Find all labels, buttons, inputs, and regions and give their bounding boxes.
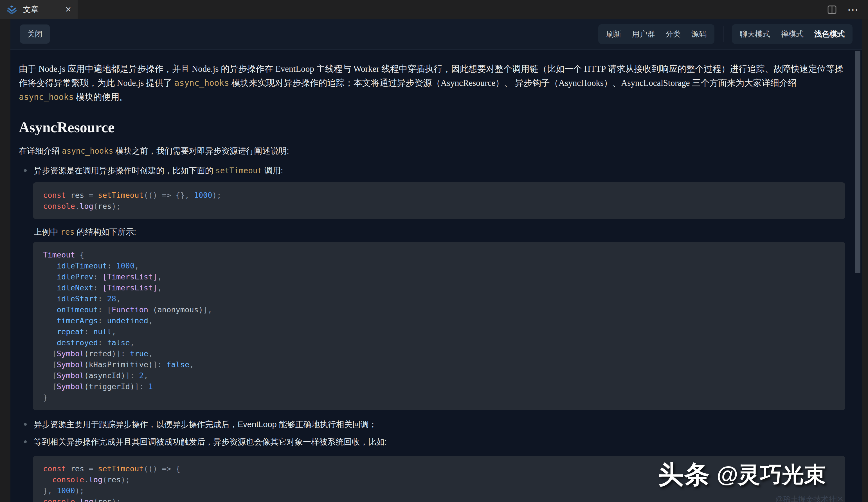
list-item: 异步资源主要用于跟踪异步操作，以便异步操作完成后，EventLoop 能够正确地… (34, 419, 845, 430)
code-line: console.log(res); (43, 496, 835, 502)
section-heading: AsyncResource (19, 119, 845, 136)
reader-toolbar: 关闭 刷新 用户群 分类 源码 聊天模式 禅模式 浅色模式 (10, 19, 862, 50)
tab-title: 文章 (23, 4, 39, 15)
code-line: _idleNext: [TimersList], (43, 282, 835, 293)
code-block-settimeout: const res = setTimeout(() => {}, 1000);c… (33, 182, 845, 219)
code-line: _idleStart: 28, (43, 293, 835, 304)
inline-code: async_hooks (62, 146, 113, 155)
reader-window: 关闭 刷新 用户群 分类 源码 聊天模式 禅模式 浅色模式 由于 Node.js… (10, 19, 862, 502)
code-line: _idlePrev: [TimersList], (43, 271, 835, 282)
mode-button-group: 聊天模式 禅模式 浅色模式 (732, 24, 852, 44)
watermark-handle: @灵巧光束 (717, 460, 826, 490)
tab-bar: 文章 ✕ ⋯ (0, 0, 868, 19)
inline-code: res (61, 227, 74, 236)
code-line: } (43, 392, 835, 403)
code-line: _destroyed: false, (43, 337, 835, 348)
code-line: _idleTimeout: 1000, (43, 260, 835, 271)
chat-mode-button[interactable]: 聊天模式 (740, 29, 770, 39)
inline-code: async_hooks (174, 78, 229, 88)
tabbar-actions: ⋯ (827, 0, 868, 19)
more-actions-icon[interactable]: ⋯ (847, 4, 860, 15)
code-block-timeout-object: Timeout { _idleTimeout: 1000, _idlePrev:… (33, 242, 845, 410)
code-line: _onTimeout: [Function (anonymous)], (43, 304, 835, 315)
inline-code: setTimeout (216, 166, 262, 175)
code-line: [Symbol(kHasPrimitive)]: false, (43, 359, 835, 370)
inline-code: async_hooks (19, 92, 74, 102)
code-line: [Symbol(triggerId)]: 1 (43, 381, 835, 392)
bullet-list: 异步资源是在调用异步操作时创建的，比如下面的 setTimeout 调用: (19, 165, 845, 176)
user-group-button[interactable]: 用户群 (632, 29, 655, 39)
paragraph: 在详细介绍 async_hooks 模块之前，我们需要对即异步资源进行阐述说明: (19, 145, 845, 156)
code-line: console.log(res); (43, 201, 835, 212)
code-line: _repeat: null, (43, 326, 835, 337)
refresh-button[interactable]: 刷新 (606, 29, 621, 39)
toolbar-divider (723, 26, 723, 42)
list-item: 异步资源是在调用异步操作时创建的，比如下面的 setTimeout 调用: (34, 165, 845, 176)
tab-article[interactable]: 文章 ✕ (0, 0, 78, 19)
juejin-logo-icon (6, 5, 18, 14)
intro-paragraph: 由于 Node.js 应用中遍地都是异步操作，并且 Node.js 的异步操作在… (19, 62, 845, 104)
source-button[interactable]: 源码 (691, 29, 706, 39)
code-line: [Symbol(asyncId)]: 2, (43, 370, 835, 381)
article-content: 由于 Node.js 应用中遍地都是异步操作，并且 Node.js 的异步操作在… (10, 50, 862, 502)
zen-mode-button[interactable]: 禅模式 (781, 29, 804, 39)
code-line: [Symbol(refed)]: true, (43, 348, 835, 359)
scrollbar-thumb[interactable] (855, 51, 860, 273)
toutiao-watermark: 头条 @灵巧光束 (658, 458, 826, 492)
action-button-group: 刷新 用户群 分类 源码 (598, 24, 714, 44)
code-line: Timeout { (43, 249, 835, 260)
close-icon[interactable]: ✕ (65, 6, 71, 13)
bullet-list: 异步资源主要用于跟踪异步操作，以便异步操作完成后，EventLoop 能够正确地… (19, 419, 845, 448)
close-article-button[interactable]: 关闭 (20, 24, 50, 44)
code-line: const res = setTimeout(() => {}, 1000); (43, 189, 835, 201)
split-editor-icon[interactable] (827, 6, 837, 14)
toolbar-right-groups: 刷新 用户群 分类 源码 聊天模式 禅模式 浅色模式 (598, 24, 852, 44)
light-mode-button[interactable]: 浅色模式 (814, 29, 845, 39)
code-line: _timerArgs: undefined, (43, 315, 835, 326)
paragraph: 上例中 res 的结构如下所示: (34, 226, 845, 237)
list-item: 等到相关异步操作完成并且其回调被成功触发后，异步资源也会像其它对象一样被系统回收… (34, 436, 845, 448)
juejin-corner-watermark: @稀土掘金技术社区 (775, 494, 844, 502)
watermark-brand: 头条 (658, 458, 711, 492)
category-button[interactable]: 分类 (665, 29, 681, 39)
